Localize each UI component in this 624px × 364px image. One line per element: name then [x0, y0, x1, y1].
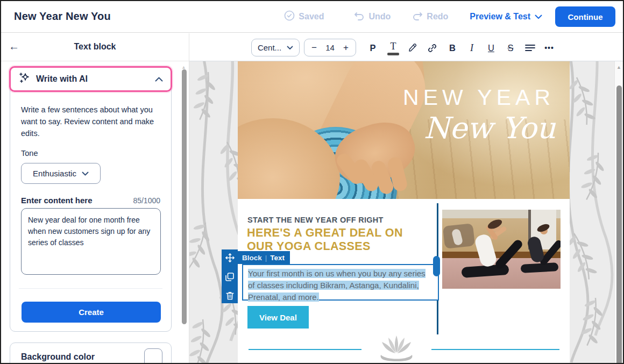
saved-status: Saved	[284, 10, 324, 23]
continue-button[interactable]: Continue	[555, 6, 615, 27]
ai-sparkle-icon	[18, 72, 31, 87]
paragraph-style-button[interactable]: P	[365, 40, 381, 56]
canvas-scrollbar[interactable]: ▲	[614, 61, 623, 363]
copy-block-icon[interactable]	[225, 273, 234, 283]
deal-headline-line1: HERE'S A GREAT DEAL ON	[247, 226, 403, 240]
chevron-up-icon[interactable]	[155, 77, 163, 82]
chevron-down-icon	[535, 15, 542, 19]
tab-separator: |	[265, 254, 267, 262]
delete-block-icon[interactable]	[226, 291, 234, 302]
background-color-label: Background color	[21, 352, 95, 362]
card-divider	[19, 288, 162, 289]
chevron-down-icon	[82, 172, 89, 176]
deal-headline: HERE'S A GREAT DEAL ON OUR YOGA CLASSES	[247, 226, 403, 253]
sidebar-scrollbar-thumb[interactable]	[182, 69, 187, 324]
section-divider	[249, 334, 559, 363]
background-color-swatch[interactable]	[144, 348, 162, 363]
text-color-button[interactable]: T	[385, 40, 401, 56]
background-color-card: Background color	[10, 342, 172, 363]
tone-label: Tone	[21, 149, 38, 158]
yoga-class-photo[interactable]	[442, 210, 561, 289]
alignment-icon[interactable]	[522, 40, 538, 56]
link-icon[interactable]	[424, 40, 440, 56]
text-block-panel: ← Text block Write with AI Write a few s…	[1, 33, 189, 363]
preview-test-button[interactable]: Preview & Test	[470, 12, 542, 22]
undo-button[interactable]: Undo	[354, 11, 391, 23]
write-with-ai-header[interactable]: Write with AI	[9, 66, 172, 92]
ai-content-textarea[interactable]: New year deal for one month free when ne…	[21, 208, 161, 275]
deal-section: START THE NEW YEAR OFF RIGHT HERE'S A GR…	[238, 199, 570, 363]
panel-title: Text block	[1, 42, 189, 52]
redo-label: Redo	[427, 12, 448, 22]
italic-button[interactable]: I	[464, 40, 480, 56]
write-with-ai-card: Write with AI Write a few sentences abou…	[10, 67, 172, 332]
more-options-button[interactable]: •••	[541, 40, 557, 56]
redo-button[interactable]: Redo	[412, 11, 448, 23]
scrollbar-up-icon[interactable]: ▲	[615, 65, 623, 70]
block-action-rail	[222, 249, 238, 303]
chevron-down-icon	[287, 46, 293, 50]
top-actions: Saved Undo Redo Preview & Test Con	[284, 1, 615, 32]
undo-label: Undo	[368, 12, 391, 22]
font-size-decrease-button[interactable]: −	[311, 42, 317, 53]
bold-button[interactable]: B	[444, 40, 460, 56]
font-size-stepper: − 14 +	[304, 39, 356, 56]
selected-text-block[interactable]: Your first month is on us when you buy a…	[242, 264, 439, 301]
tab-text[interactable]: Text	[270, 254, 285, 262]
font-family-value: Cent...	[258, 43, 281, 52]
canvas-scrollbar-thumb[interactable]	[616, 85, 622, 364]
view-deal-button[interactable]: View Deal	[247, 306, 309, 329]
tone-value: Enthusiastic	[33, 169, 76, 178]
saved-label: Saved	[299, 12, 324, 22]
hero-title-line2: New You	[424, 111, 556, 145]
deal-kicker: START THE NEW YEAR OFF RIGHT	[247, 216, 384, 224]
text-color-bar	[387, 53, 399, 55]
text-color-label: T	[391, 41, 396, 52]
move-handle-icon[interactable]	[225, 253, 235, 265]
formatting-toolbar: Cent... − 14 + P T B I U	[189, 33, 623, 61]
email-canvas: NEW YEAR New You START THE NEW YEAR OFF …	[238, 61, 570, 363]
campaign-title: New Year New You	[14, 10, 111, 23]
lotus-icon	[373, 334, 420, 363]
redo-icon	[412, 11, 423, 23]
char-counter: 85/1000	[133, 196, 160, 205]
highlighter-icon[interactable]	[405, 40, 421, 56]
font-size-increase-button[interactable]: +	[343, 42, 349, 53]
hero-image[interactable]: NEW YEAR New You	[238, 61, 570, 199]
editor-area: Cent... − 14 + P T B I U	[189, 33, 623, 363]
underline-button[interactable]: U	[483, 40, 499, 56]
font-size-value: 14	[325, 43, 335, 52]
strikethrough-button[interactable]: S	[502, 40, 519, 56]
hero-title-line1: NEW YEAR	[403, 85, 555, 110]
app-window: New Year New You Saved Undo Redo	[0, 0, 624, 364]
panel-header: ← Text block	[1, 33, 189, 61]
saved-check-icon	[284, 10, 295, 23]
tone-select[interactable]: Enthusiastic	[21, 163, 101, 184]
block-text-tab[interactable]: Block | Text	[237, 251, 290, 264]
block-resize-handle[interactable]	[433, 256, 440, 276]
create-button[interactable]: Create	[22, 302, 161, 323]
font-family-dropdown[interactable]: Cent...	[251, 39, 300, 56]
tab-block[interactable]: Block	[242, 254, 262, 262]
top-bar: New Year New You Saved Undo Redo	[1, 1, 623, 33]
undo-icon	[354, 11, 365, 23]
preview-test-label: Preview & Test	[470, 12, 530, 22]
ai-description: Write a few sentences about what you wan…	[21, 104, 160, 139]
design-surface: NEW YEAR New You START THE NEW YEAR OFF …	[189, 61, 614, 363]
deal-body-text: Your first month is on us when you buy a…	[248, 269, 426, 302]
write-with-ai-label: Write with AI	[36, 74, 88, 84]
content-label: Enter content here	[21, 196, 93, 205]
